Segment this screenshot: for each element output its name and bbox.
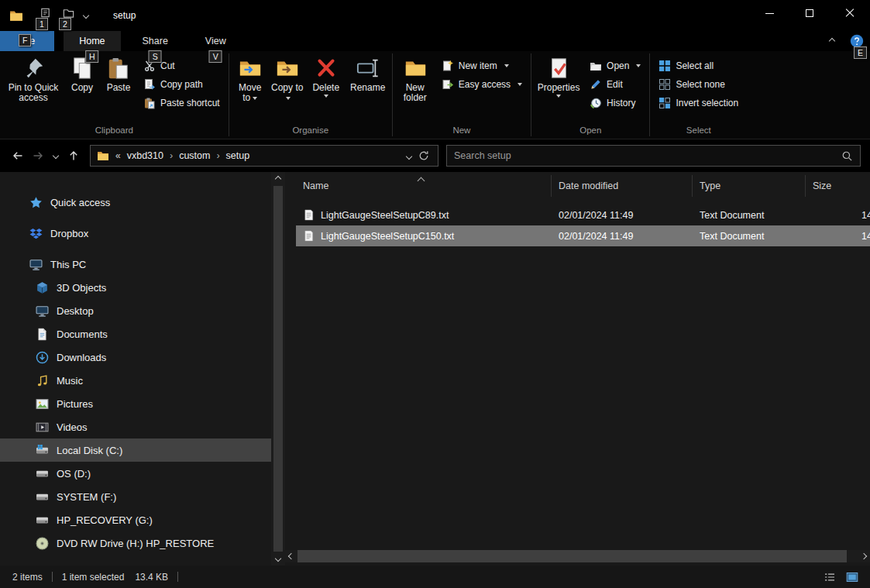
tab-home[interactable]: Home H [64, 31, 120, 51]
sidebar-item-music[interactable]: Music [0, 369, 271, 392]
forward-button[interactable] [28, 146, 48, 166]
scroll-left-arrow-icon[interactable] [285, 550, 297, 562]
sidebar-item-dvd-rw-drive-h-hp-restore[interactable]: DVD RW Drive (H:) HP_RESTORE [0, 531, 271, 555]
file-row-lightgaugesteelsetupc89-txt[interactable]: LightGaugeSteelSetupC89.txt02/01/2024 11… [296, 205, 870, 225]
breadcrumb-overflow-indicator[interactable]: « [115, 150, 121, 161]
dropdown-caret-icon [324, 95, 328, 98]
file-row-lightgaugesteelsetupc150-txt[interactable]: LightGaugeSteelSetupC150.txt02/01/2024 1… [296, 225, 870, 246]
column-header-type[interactable]: Type [693, 175, 806, 197]
ribbon-group-new: New folder New item Easy access New [393, 51, 531, 139]
pin-icon [22, 57, 45, 80]
column-header-date-modified[interactable]: Date modified [552, 175, 693, 197]
scroll-right-arrow-icon[interactable] [858, 550, 870, 562]
history-button[interactable]: History [590, 96, 635, 110]
move-to-button[interactable]: Move to [232, 54, 269, 105]
breadcrumb-segment-custom[interactable]: custom [177, 150, 211, 161]
close-button[interactable] [830, 0, 870, 26]
up-button[interactable] [64, 146, 84, 166]
properties-button[interactable]: Properties [534, 54, 583, 99]
sidebar-item-hp-recovery-g[interactable]: HP_RECOVERY (G:) [0, 508, 271, 531]
edit-button[interactable]: Edit [590, 77, 623, 91]
search-box[interactable] [446, 145, 861, 167]
select-all-icon [659, 60, 671, 72]
pin-to-quick-access-button[interactable]: Pin to Quick access [2, 54, 64, 105]
qat-customize-button[interactable] [84, 9, 96, 22]
easy-access-icon [442, 78, 454, 91]
dropdown-caret-icon [556, 95, 561, 98]
rename-button[interactable]: Rename [346, 54, 390, 95]
tab-file[interactable]: File F [0, 31, 54, 51]
address-bar[interactable]: « vxbd310›custom›setup [90, 145, 438, 167]
keytip-qat-2: 2 [59, 18, 71, 30]
sidebar-item-desktop[interactable]: Desktop [0, 299, 271, 322]
sidebar-item-this-pc[interactable]: This PC [0, 253, 271, 276]
keytip-view: V [209, 50, 222, 63]
copy-path-button[interactable]: Copy path [143, 77, 203, 91]
text-file-icon [303, 209, 315, 221]
scroll-down-arrow-icon[interactable] [276, 555, 280, 562]
sidebar-item-local-disk-c[interactable]: Local Disk (C:) [0, 438, 271, 462]
new-folder-icon [404, 57, 427, 80]
sidebar-item-pictures[interactable]: Pictures [0, 392, 271, 415]
forward-arrow-icon [32, 150, 44, 162]
open-button[interactable]: Open [590, 59, 641, 73]
breadcrumb-segment-setup[interactable]: setup [225, 150, 252, 161]
pc-icon [29, 258, 43, 271]
paste-button[interactable]: Paste [100, 54, 137, 95]
tab-view[interactable]: View V [190, 31, 242, 51]
delete-button[interactable]: Delete [306, 54, 346, 99]
search-input[interactable] [454, 150, 841, 161]
copy-label: Copy [71, 82, 93, 93]
ribbon-group-open: Properties Open Edit History [531, 51, 649, 139]
sidebar-item-documents[interactable]: Documents [0, 322, 271, 346]
column-header-name[interactable]: Name [296, 175, 552, 197]
sidebar-item-3d-objects[interactable]: 3D Objects [0, 276, 271, 299]
rename-label: Rename [350, 82, 385, 93]
new-item-button[interactable]: New item [442, 59, 509, 73]
delete-icon [315, 57, 338, 80]
details-view-button[interactable] [820, 569, 840, 586]
cut-label: Cut [160, 60, 175, 71]
qat-button-1[interactable]: 1 [36, 6, 54, 25]
recent-locations-button[interactable] [48, 146, 64, 166]
help-button[interactable]: E [850, 34, 864, 48]
minimize-ribbon-button[interactable] [825, 34, 839, 48]
paste-icon [107, 57, 130, 80]
address-dropdown-button[interactable] [407, 150, 411, 161]
sidebar-item-os-d[interactable]: OS (D:) [0, 462, 271, 485]
invert-selection-button[interactable]: Invert selection [659, 96, 738, 110]
copy-to-button[interactable]: Copy to [269, 54, 306, 105]
maximize-button[interactable] [789, 0, 830, 26]
sidebar-item-dropbox[interactable]: Dropbox [0, 222, 271, 245]
scrollbar-thumb[interactable] [273, 186, 283, 552]
scroll-up-arrow-icon[interactable] [276, 175, 280, 183]
sidebar-scrollbar[interactable] [271, 172, 285, 566]
sidebar-item-quick-access[interactable]: Quick access [0, 191, 271, 214]
tab-share[interactable]: Share S [127, 31, 184, 51]
paste-shortcut-icon [143, 97, 156, 109]
new-folder-button[interactable]: New folder [395, 54, 435, 105]
sidebar-item-videos[interactable]: Videos [0, 415, 271, 438]
minimize-button[interactable] [749, 0, 789, 26]
keytip-help: E [854, 46, 867, 59]
horizontal-scrollbar[interactable] [285, 550, 870, 562]
select-all-button[interactable]: Select all [659, 59, 714, 73]
picture-icon [36, 397, 49, 411]
column-header-size[interactable]: Size [806, 175, 870, 197]
refresh-button[interactable] [418, 150, 430, 162]
scrollbar-thumb[interactable] [297, 550, 847, 562]
dropdown-caret-icon [504, 64, 509, 67]
keytip-home: H [85, 50, 99, 63]
delete-label: Delete [312, 82, 339, 93]
paste-shortcut-button[interactable]: Paste shortcut [143, 96, 220, 110]
location-folder-icon [97, 150, 109, 162]
large-icons-view-button[interactable] [842, 569, 862, 586]
back-button[interactable] [8, 146, 28, 166]
sidebar-item-downloads[interactable]: Downloads [0, 346, 271, 369]
sidebar-item-system-f[interactable]: SYSTEM (F:) [0, 485, 271, 508]
breadcrumb-segment-vxbd310[interactable]: vxbd310 [126, 150, 165, 161]
qat-button-2[interactable]: 2 [59, 6, 77, 25]
paste-shortcut-label: Paste shortcut [160, 98, 220, 108]
select-none-button[interactable]: Select none [659, 77, 724, 91]
easy-access-button[interactable]: Easy access [442, 77, 522, 91]
